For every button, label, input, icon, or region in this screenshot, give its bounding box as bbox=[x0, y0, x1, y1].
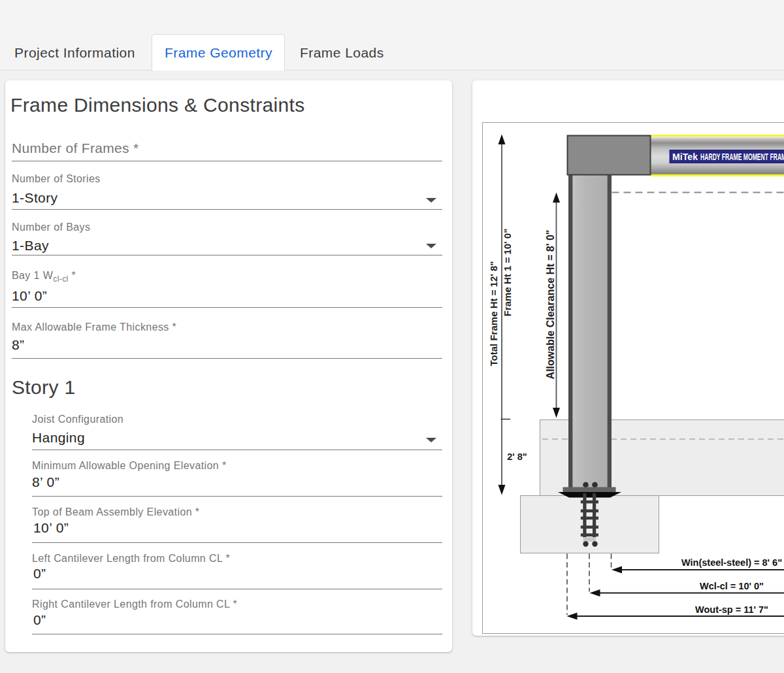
svg-text:Total Frame Ht = 12' 8": Total Frame Ht = 12' 8" bbox=[488, 261, 499, 367]
svg-text:2' 8": 2' 8" bbox=[507, 451, 527, 462]
svg-text:Frame Ht 1 = 10' 0": Frame Ht 1 = 10' 0" bbox=[502, 229, 513, 317]
svg-text:Wout-sp = 11' 7": Wout-sp = 11' 7" bbox=[695, 604, 768, 615]
svg-text:Allowable Clearance Ht = 8' 0": Allowable Clearance Ht = 8' 0" bbox=[545, 230, 556, 380]
svg-text:HARDY FRAME MOMENT FRAME: HARDY FRAME MOMENT FRAME bbox=[700, 152, 784, 162]
svg-text:Wcl-cl = 10' 0": Wcl-cl = 10' 0" bbox=[700, 581, 764, 591]
svg-text:Win(steel-steel) = 8' 6": Win(steel-steel) = 8' 6" bbox=[681, 557, 782, 568]
svg-text:MiTek: MiTek bbox=[672, 152, 698, 162]
